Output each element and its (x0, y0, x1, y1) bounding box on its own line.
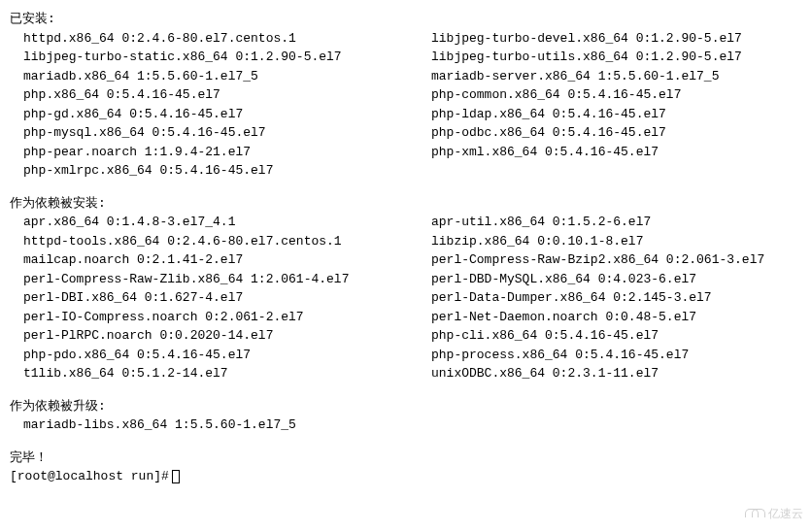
installed-row: php-xmlrpc.x86_64 0:5.4.16-45.el7 (10, 161, 801, 181)
package-entry: mariadb.x86_64 1:5.5.60-1.el7_5 (23, 67, 431, 86)
package-entry: libjpeg-turbo-static.x86_64 0:1.2.90-5.e… (23, 48, 431, 67)
package-entry: php-gd.x86_64 0:5.4.16-45.el7 (23, 105, 431, 124)
package-entry: mariadb-libs.x86_64 1:5.5.60-1.el7_5 (23, 416, 431, 435)
installed-row: php.x86_64 0:5.4.16-45.el7php-common.x86… (10, 85, 801, 105)
package-entry: php-xml.x86_64 0:5.4.16-45.el7 (431, 143, 659, 162)
package-entry: php-xmlrpc.x86_64 0:5.4.16-45.el7 (23, 161, 431, 181)
deps-installed-row: t1lib.x86_64 0:5.1.2-14.el7unixODBC.x86_… (10, 364, 801, 383)
package-entry: unixODBC.x86_64 0:2.3.1-11.el7 (431, 364, 659, 383)
package-entry: php-ldap.x86_64 0:5.4.16-45.el7 (431, 105, 666, 124)
installed-row: php-mysql.x86_64 0:5.4.16-45.el7php-odbc… (10, 123, 801, 143)
deps-installed-row: httpd-tools.x86_64 0:2.4.6-80.el7.centos… (10, 232, 801, 251)
package-entry: php.x86_64 0:5.4.16-45.el7 (23, 85, 431, 105)
cursor-icon (172, 470, 180, 483)
package-entry: perl-Compress-Raw-Zlib.x86_64 1:2.061-4.… (23, 270, 431, 289)
deps-installed-row: perl-PlRPC.noarch 0:0.2020-14.el7php-cli… (10, 326, 801, 346)
installed-row: mariadb.x86_64 1:5.5.60-1.el7_5mariadb-s… (10, 67, 801, 86)
package-entry: t1lib.x86_64 0:5.1.2-14.el7 (23, 364, 431, 383)
installed-row: php-pear.noarch 1:1.9.4-21.el7php-xml.x8… (10, 143, 801, 162)
package-entry: perl-Compress-Raw-Bzip2.x86_64 0:2.061-3… (431, 250, 764, 270)
deps-installed-header: 作为依赖被安装: (10, 194, 801, 214)
package-entry: perl-DBD-MySQL.x86_64 0:4.023-6.el7 (431, 270, 696, 289)
deps-installed-row: php-pdo.x86_64 0:5.4.16-45.el7php-proces… (10, 346, 801, 365)
watermark-text: 亿速云 (768, 505, 803, 522)
package-entry: perl-PlRPC.noarch 0:0.2020-14.el7 (23, 326, 431, 346)
package-entry: apr.x86_64 0:1.4.8-3.el7_4.1 (23, 213, 431, 232)
package-entry: php-mysql.x86_64 0:5.4.16-45.el7 (23, 123, 431, 143)
deps-upgraded-row: mariadb-libs.x86_64 1:5.5.60-1.el7_5 (10, 416, 801, 435)
package-entry: php-cli.x86_64 0:5.4.16-45.el7 (431, 326, 659, 346)
deps-installed-row: perl-DBI.x86_64 0:1.627-4.el7perl-Data-D… (10, 288, 801, 308)
package-entry: php-odbc.x86_64 0:5.4.16-45.el7 (431, 123, 666, 143)
package-entry: httpd.x86_64 0:2.4.6-80.el7.centos.1 (23, 29, 431, 49)
package-entry: php-process.x86_64 0:5.4.16-45.el7 (431, 346, 689, 365)
installed-row: libjpeg-turbo-static.x86_64 0:1.2.90-5.e… (10, 48, 801, 67)
shell-prompt: [root@localhost run]# (10, 467, 169, 486)
deps-installed-row: apr.x86_64 0:1.4.8-3.el7_4.1apr-util.x86… (10, 213, 801, 232)
watermark: 亿速云 (745, 505, 803, 522)
installed-header: 已安装: (10, 10, 801, 29)
terminal-output: 已安装: httpd.x86_64 0:2.4.6-80.el7.centos.… (10, 10, 801, 486)
package-entry: perl-IO-Compress.noarch 0:2.061-2.el7 (23, 308, 431, 327)
deps-installed-row: perl-Compress-Raw-Zlib.x86_64 1:2.061-4.… (10, 270, 801, 289)
installed-row: httpd.x86_64 0:2.4.6-80.el7.centos.1libj… (10, 29, 801, 49)
package-entry: mailcap.noarch 0:2.1.41-2.el7 (23, 250, 431, 270)
package-entry: libjpeg-turbo-devel.x86_64 0:1.2.90-5.el… (431, 29, 742, 49)
package-entry: mariadb-server.x86_64 1:5.5.60-1.el7_5 (431, 67, 719, 86)
package-entry: php-pdo.x86_64 0:5.4.16-45.el7 (23, 346, 431, 365)
package-entry: perl-Data-Dumper.x86_64 0:2.145-3.el7 (431, 288, 712, 308)
package-entry: apr-util.x86_64 0:1.5.2-6.el7 (431, 213, 651, 232)
package-entry: perl-Net-Daemon.noarch 0:0.48-5.el7 (431, 308, 696, 327)
shell-prompt-line[interactable]: [root@localhost run]# (10, 467, 801, 486)
deps-installed-row: mailcap.noarch 0:2.1.41-2.el7perl-Compre… (10, 250, 801, 270)
package-entry: libzip.x86_64 0:0.10.1-8.el7 (431, 232, 643, 251)
complete-message: 完毕！ (10, 449, 801, 468)
package-entry: httpd-tools.x86_64 0:2.4.6-80.el7.centos… (23, 232, 431, 251)
package-entry: php-pear.noarch 1:1.9.4-21.el7 (23, 143, 431, 162)
installed-row: php-gd.x86_64 0:5.4.16-45.el7php-ldap.x8… (10, 105, 801, 124)
package-entry: perl-DBI.x86_64 0:1.627-4.el7 (23, 288, 431, 308)
cloud-icon (745, 507, 764, 520)
package-entry: libjpeg-turbo-utils.x86_64 0:1.2.90-5.el… (431, 48, 742, 67)
package-entry: php-common.x86_64 0:5.4.16-45.el7 (431, 85, 681, 105)
deps-installed-row: perl-IO-Compress.noarch 0:2.061-2.el7per… (10, 308, 801, 327)
deps-upgraded-header: 作为依赖被升级: (10, 397, 801, 416)
